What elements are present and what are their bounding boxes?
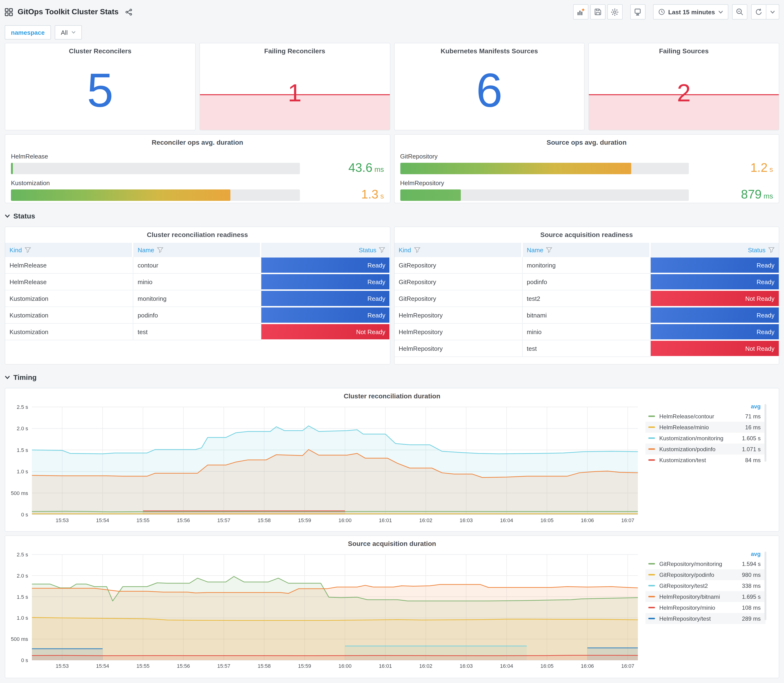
refresh-button[interactable] bbox=[752, 5, 766, 19]
refresh-icon bbox=[755, 8, 763, 16]
legend-item-gitrepository-podinfo[interactable]: GitRepository/podinfo980 ms bbox=[646, 569, 765, 580]
share-icon[interactable] bbox=[125, 8, 132, 16]
legend-series-avg: 289 ms bbox=[742, 615, 761, 622]
gear-icon bbox=[611, 8, 619, 16]
y-axis-tick-label: 1.0 s bbox=[17, 468, 28, 475]
filter-icon[interactable] bbox=[768, 247, 774, 253]
section-status-label: Status bbox=[13, 212, 35, 220]
legend-item-helmrepository-bitnami[interactable]: HelmRepository/bitnami1.695 s bbox=[646, 591, 765, 602]
filter-icon[interactable] bbox=[379, 247, 385, 253]
legend-avg-header[interactable]: avg bbox=[646, 403, 765, 411]
column-header-label: Status bbox=[748, 246, 765, 253]
cell-status: Ready bbox=[261, 308, 390, 323]
cell-kind: GitRepository bbox=[394, 274, 523, 290]
cell-name: minio bbox=[523, 324, 651, 340]
legend-series-name: HelmRepository/bitnami bbox=[659, 593, 738, 600]
namespace-variable-value: All bbox=[61, 29, 68, 36]
stat-panel-kubernetes-manifests-sources: Kubernetes Manifests Sources6 bbox=[394, 43, 585, 130]
cell-kind: Kustomization bbox=[5, 307, 133, 324]
save-dashboard-button[interactable] bbox=[590, 4, 605, 19]
legend-scrollbar[interactable] bbox=[765, 552, 766, 620]
x-axis-tick-label: 15:58 bbox=[258, 663, 271, 669]
column-header-kind[interactable]: Kind bbox=[394, 243, 521, 257]
add-panel-button[interactable] bbox=[573, 4, 588, 19]
column-header-kind[interactable]: Kind bbox=[5, 243, 132, 257]
filter-icon[interactable] bbox=[157, 247, 163, 253]
column-header-status[interactable]: Status bbox=[261, 243, 390, 257]
legend-item-kustomization-monitoring[interactable]: Kustomization/monitoring1.605 s bbox=[646, 433, 765, 444]
dashboard-grid-icon[interactable] bbox=[5, 8, 13, 16]
filter-icon[interactable] bbox=[25, 247, 31, 253]
cell-name: monitoring bbox=[133, 290, 261, 307]
panel-title[interactable]: Reconciler ops avg. duration bbox=[11, 135, 384, 149]
gauge-value: 43.6ms bbox=[305, 162, 384, 175]
cell-status: Ready bbox=[651, 258, 779, 273]
legend-avg-header[interactable]: avg bbox=[646, 551, 765, 558]
x-axis-tick-label: 16:04 bbox=[500, 517, 513, 523]
section-timing-label: Timing bbox=[13, 373, 37, 381]
y-axis-tick-label: 2.0 s bbox=[17, 425, 28, 431]
legend-series-avg: 980 ms bbox=[742, 571, 761, 578]
gauge-value: 879ms bbox=[694, 189, 773, 202]
series-line-helmrepository-minio bbox=[32, 655, 638, 656]
time-range-picker[interactable]: Last 15 minutes bbox=[653, 4, 728, 19]
x-axis-tick-label: 16:00 bbox=[338, 663, 351, 669]
stat-body: 6 bbox=[394, 43, 584, 130]
legend-scrollbar[interactable] bbox=[765, 404, 766, 462]
legend-item-helmrelease-contour[interactable]: HelmRelease/contour71 ms bbox=[646, 411, 765, 422]
legend-item-helmrelease-minio[interactable]: HelmRelease/minio16 ms bbox=[646, 422, 765, 433]
legend-item-gitrepository-test2[interactable]: GitRepository/test2338 ms bbox=[646, 580, 765, 591]
y-axis-tick-label: 1.5 s bbox=[17, 447, 28, 453]
x-axis-tick-label: 16:00 bbox=[338, 517, 351, 523]
table: KindNameStatusHelmReleasecontourReadyHel… bbox=[5, 243, 390, 340]
legend-item-gitrepository-monitoring[interactable]: GitRepository/monitoring1.594 s bbox=[646, 558, 765, 569]
panel-title[interactable]: Cluster reconciliation duration bbox=[9, 388, 775, 402]
x-axis-tick-label: 16:01 bbox=[379, 663, 392, 669]
filter-icon[interactable] bbox=[414, 247, 420, 253]
gauge-value: 1.2s bbox=[694, 162, 773, 175]
panel-title[interactable]: Source acquisition readiness bbox=[394, 227, 779, 241]
panel-title[interactable]: Source acquisition duration bbox=[9, 536, 775, 550]
chart-panel-source-acquisition-duration: Source acquisition duration15:5315:5415:… bbox=[5, 535, 779, 678]
refresh-interval-button[interactable] bbox=[766, 5, 779, 19]
variables-bar: namespace All bbox=[5, 22, 779, 43]
panel-title[interactable]: Source ops avg. duration bbox=[400, 135, 773, 149]
stat-panel-failing-reconcilers: Failing Reconcilers1 bbox=[199, 43, 390, 130]
x-axis-tick-label: 16:07 bbox=[621, 517, 634, 523]
time-series-chart: 15:5315:5415:5515:5615:5715:5815:5916:00… bbox=[9, 550, 646, 672]
zoom-out-button[interactable] bbox=[732, 4, 747, 19]
cell-kind: Kustomization bbox=[5, 324, 133, 340]
gauge-value-number: 1.3 bbox=[361, 187, 378, 201]
gauge-panel-reconciler-ops-avg-duration: Reconciler ops avg. durationHelmRelease4… bbox=[5, 134, 390, 203]
gauge-bar-track bbox=[11, 163, 300, 174]
cycle-view-button[interactable] bbox=[630, 4, 645, 19]
section-timing[interactable]: Timing bbox=[5, 365, 779, 388]
add-panel-icon bbox=[576, 8, 585, 16]
legend-series-avg: 16 ms bbox=[745, 424, 761, 431]
x-axis-tick-label: 16:05 bbox=[540, 517, 554, 523]
column-header-name[interactable]: Name bbox=[133, 243, 260, 257]
namespace-variable-dropdown[interactable]: All bbox=[55, 25, 82, 40]
filter-icon[interactable] bbox=[546, 247, 552, 253]
legend-item-helmrepository-minio[interactable]: HelmRepository/minio108 ms bbox=[646, 602, 765, 613]
stat-body: 2 bbox=[589, 43, 779, 130]
x-axis-tick-label: 16:02 bbox=[419, 663, 432, 669]
panel-title[interactable]: Cluster reconciliation readiness bbox=[5, 227, 390, 241]
x-axis-tick-label: 15:57 bbox=[217, 663, 230, 669]
legend-series-avg: 1.594 s bbox=[742, 560, 761, 567]
column-header-name[interactable]: Name bbox=[523, 243, 649, 257]
settings-button[interactable] bbox=[607, 4, 622, 19]
gauge-value-unit: s bbox=[770, 165, 773, 173]
cell-status: Ready bbox=[261, 291, 390, 306]
legend-series-avg: 1.695 s bbox=[742, 593, 761, 600]
table-panel-cluster-reconciliation-readiness: Cluster reconciliation readinessKindName… bbox=[5, 226, 390, 365]
legend-item-helmrepository-test[interactable]: HelmRepository/test289 ms bbox=[646, 613, 765, 624]
section-status[interactable]: Status bbox=[5, 203, 779, 226]
column-header-status[interactable]: Status bbox=[651, 243, 779, 257]
gauge-bar-fill bbox=[400, 189, 461, 201]
legend-item-kustomization-podinfo[interactable]: Kustomization/podinfo1.071 s bbox=[646, 444, 765, 455]
legend-series-name: HelmRelease/minio bbox=[659, 424, 741, 431]
column-header-label: Kind bbox=[399, 246, 411, 253]
legend-item-kustomization-test[interactable]: Kustomization/test84 ms bbox=[646, 455, 765, 465]
legend-series-name: HelmRelease/contour bbox=[659, 413, 741, 420]
